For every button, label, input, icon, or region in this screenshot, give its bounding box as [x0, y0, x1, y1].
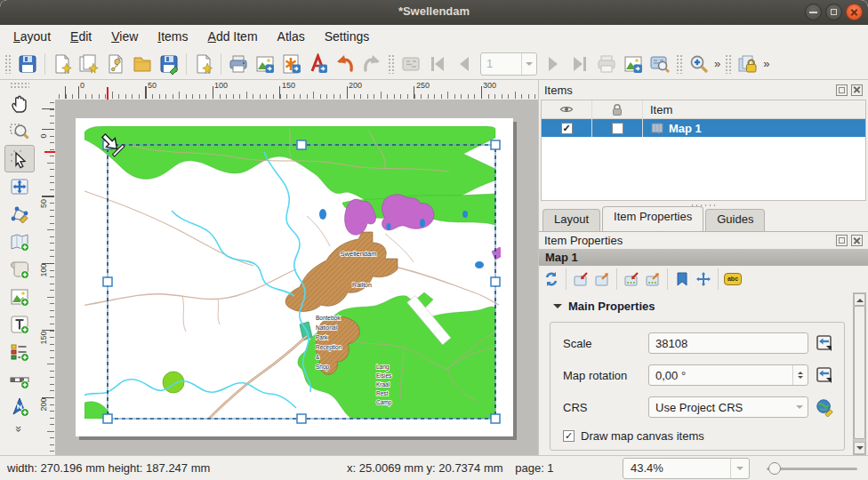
move-item-content-tool[interactable] [4, 172, 35, 200]
refresh-icon[interactable] [541, 268, 562, 290]
export-pdf-button[interactable] [305, 51, 332, 77]
add-picture-tool[interactable] [4, 283, 35, 310]
toolbar-handle[interactable] [676, 54, 683, 74]
select-move-item-tool[interactable] [4, 145, 35, 172]
spinner-arrows[interactable] [792, 365, 808, 385]
labeling-icon[interactable]: abc [722, 268, 743, 290]
toolbar-handle[interactable] [725, 54, 732, 74]
menu-add-item[interactable]: Add Item [198, 27, 268, 46]
redo-button[interactable] [358, 51, 385, 77]
toolbar-handle[interactable] [10, 82, 29, 89]
menu-atlas[interactable]: Atlas [268, 27, 315, 46]
scrollbar-thumb[interactable] [854, 306, 865, 439]
menu-view[interactable]: View [101, 27, 148, 46]
zoom-in-button[interactable] [686, 51, 712, 77]
menu-edit[interactable]: Edit [60, 27, 101, 46]
scroll-up-button[interactable] [854, 293, 865, 306]
previous-feature-button[interactable] [451, 51, 478, 77]
add-scalebar-tool[interactable] [4, 365, 35, 393]
selection-handle-ne[interactable] [491, 140, 500, 149]
scale-input[interactable]: 38108 [648, 332, 808, 354]
tab-layout[interactable]: Layout [542, 209, 600, 231]
selection-handle-e[interactable] [491, 277, 500, 286]
map-item[interactable]: Swellendam Railton Bontebok National Par… [76, 118, 513, 436]
add-map-tool[interactable] [4, 228, 35, 255]
export-atlas-button[interactable] [620, 51, 647, 77]
titlebar[interactable]: *Swellendam [0, 0, 868, 26]
edit-nodes-tool[interactable] [4, 200, 35, 228]
panel-splitter[interactable] [539, 201, 868, 209]
selection-handle-n[interactable] [297, 140, 306, 149]
undo-button[interactable] [332, 51, 358, 77]
lock-items-button[interactable] [735, 51, 761, 77]
view-extent-icon[interactable] [591, 268, 613, 290]
save-as-template-button[interactable] [156, 51, 182, 77]
properties-scrollbar[interactable] [853, 292, 866, 455]
toolbox-overflow[interactable]: » [12, 426, 26, 432]
print-button[interactable] [225, 51, 252, 77]
first-feature-button[interactable] [424, 51, 451, 77]
menu-layout[interactable]: Layout [4, 27, 60, 46]
toolbar-handle[interactable] [388, 54, 395, 74]
duplicate-layout-button[interactable] [76, 51, 102, 77]
atlas-settings-button[interactable] [647, 51, 673, 77]
add-label-tool[interactable] [4, 310, 35, 338]
close-button[interactable] [846, 4, 863, 20]
rotation-data-defined-button[interactable] [814, 364, 835, 386]
slider-handle[interactable] [768, 462, 781, 475]
save-button[interactable] [14, 51, 41, 77]
anchor-icon[interactable] [671, 268, 693, 290]
open-button[interactable] [129, 51, 156, 77]
minimize-button[interactable] [805, 4, 822, 20]
float-panel-icon[interactable] [836, 84, 848, 96]
tab-guides[interactable]: Guides [705, 209, 765, 231]
print-atlas-button[interactable] [593, 51, 620, 77]
layout-page[interactable]: Swellendam Railton Bontebok National Par… [76, 118, 513, 436]
add-items-from-template-button[interactable] [190, 51, 217, 77]
items-row-map1[interactable]: ✓ Map 1 [542, 119, 865, 137]
crs-select-button[interactable] [814, 396, 835, 418]
maximize-button[interactable] [825, 4, 842, 20]
combo-arrow-icon[interactable] [730, 459, 749, 478]
toolbar-overflow[interactable]: » [761, 57, 771, 70]
zoom-to-scale-icon[interactable] [642, 268, 663, 290]
map-rotation-spinbox[interactable]: 0,00 ° [648, 364, 808, 386]
set-scale-icon[interactable] [621, 268, 642, 290]
toolbar-handle[interactable] [4, 54, 12, 74]
zoom-tool[interactable] [4, 117, 35, 145]
zoom-slider[interactable] [761, 458, 861, 479]
add-north-arrow-tool[interactable] [4, 393, 35, 420]
add-3d-map-tool[interactable] [4, 255, 35, 283]
lock-checkbox[interactable] [612, 123, 623, 134]
draw-canvas-items-checkbox[interactable]: ✓ [563, 430, 575, 442]
selection-handle-sw[interactable] [103, 414, 112, 423]
export-svg-button[interactable] [278, 51, 305, 77]
tab-item-properties[interactable]: Item Properties [602, 206, 703, 231]
next-feature-button[interactable] [540, 51, 567, 77]
selection-handle-s[interactable] [297, 414, 306, 423]
selection-handle-w[interactable] [103, 277, 112, 286]
scroll-down-button[interactable] [854, 442, 865, 454]
atlas-page-dropdown[interactable] [521, 53, 536, 75]
close-panel-icon[interactable] [851, 235, 863, 246]
interactive-move-icon[interactable] [693, 268, 714, 290]
main-properties-section-header[interactable]: Main Properties [539, 292, 868, 318]
visibility-checkbox[interactable]: ✓ [561, 123, 573, 134]
preview-atlas-button[interactable] [398, 51, 424, 77]
menu-settings[interactable]: Settings [315, 27, 380, 46]
zoom-level-combo[interactable]: 43.4% [623, 458, 750, 479]
scale-data-defined-button[interactable] [814, 332, 835, 354]
new-layout-button[interactable] [49, 51, 76, 77]
selection-handle-se[interactable] [491, 414, 500, 423]
export-image-button[interactable] [252, 51, 278, 77]
float-panel-icon[interactable] [836, 235, 848, 246]
last-feature-button[interactable] [567, 51, 593, 77]
close-panel-icon[interactable] [851, 84, 863, 96]
add-legend-tool[interactable] [4, 338, 35, 365]
pan-tool[interactable] [4, 90, 35, 117]
set-map-extent-icon[interactable] [570, 268, 591, 290]
layout-manager-button[interactable] [102, 51, 129, 77]
crs-combo[interactable]: Use Project CRS [648, 396, 808, 418]
menu-items[interactable]: Items [148, 27, 197, 46]
atlas-page-spinbox[interactable]: 1 [480, 52, 537, 76]
